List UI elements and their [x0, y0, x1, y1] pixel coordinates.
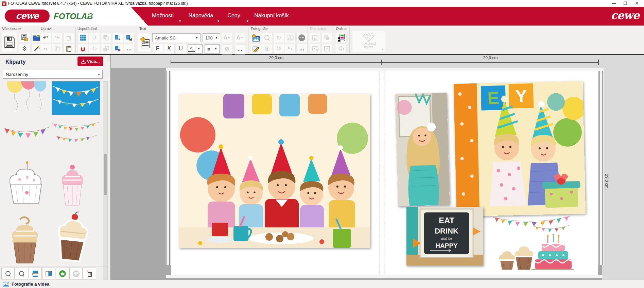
photo-compare-button [285, 33, 296, 43]
online-share-button[interactable] [336, 33, 347, 43]
chevron-down-icon: ▾ [213, 34, 220, 42]
page-order-button[interactable] [124, 33, 135, 43]
add-text-button[interactable] [138, 33, 151, 52]
minimize-button[interactable]: — [608, 0, 620, 7]
menu-moznosti[interactable]: Možnosti [152, 13, 174, 19]
grid-icon [80, 35, 86, 41]
font-size-select[interactable]: 108 ▾ [203, 33, 220, 42]
menu-napoveda[interactable]: Nápověda [189, 13, 213, 19]
rotate-cw-icon: ↻ [92, 46, 97, 52]
book-spread: E Y [171, 71, 598, 275]
board-line-happy: HAPPY [435, 242, 458, 249]
rotate-ccw-icon: ↺ [276, 46, 281, 52]
remove-photo-button[interactable] [83, 268, 96, 279]
page-clipart-cake[interactable] [493, 234, 574, 272]
page-view-button[interactable] [29, 268, 42, 279]
clipart-scrollbar[interactable] [103, 81, 108, 288]
photo-more-button[interactable]: … [296, 44, 307, 54]
clipart-garland[interactable] [2, 122, 50, 146]
zoom-in-button[interactable]: + [15, 268, 28, 279]
clipart-bunting-selected[interactable] [52, 81, 100, 115]
page-bunting-graphic [492, 214, 572, 232]
clipart-cream-cupcake[interactable] [3, 214, 47, 265]
grid-layout-button[interactable] [77, 33, 88, 43]
menu-nakupni-kosik[interactable]: Nákupní košík [254, 13, 289, 19]
page-cake-graphic [493, 234, 574, 272]
bold-button[interactable]: F [152, 44, 163, 54]
font-larger-label: A+ [224, 35, 231, 41]
underline-button[interactable]: U [175, 44, 186, 54]
rotate-ccw-icon: ↺ [92, 35, 97, 41]
menu-moznosti-arrow-icon[interactable]: ▾ [179, 19, 181, 23]
copy-button [52, 44, 63, 54]
panel-title: Kliparty [5, 59, 26, 65]
chevron-down-icon: ▾ [193, 34, 200, 42]
ruler-tick [598, 60, 599, 65]
photo-chalkboard[interactable]: EAT DRINK and be HAPPY [406, 207, 483, 266]
panel-splitter-handle[interactable]: ⋮ [107, 58, 110, 60]
party-photo-graphic [179, 94, 370, 248]
add-photo-button[interactable] [250, 33, 261, 43]
clipart-balloons[interactable] [2, 81, 50, 115]
save-project-button[interactable] [2, 32, 17, 53]
remove-page-button[interactable] [112, 44, 123, 54]
clipart-mini-garlands[interactable] [52, 120, 100, 147]
menu-bar: cewe FOTOLAB Produkty Soubor ▾ Možnosti … [0, 7, 644, 26]
approve-button[interactable] [56, 268, 69, 279]
divider [349, 27, 350, 53]
photo-edit-button[interactable] [250, 44, 261, 54]
settings-button[interactable]: ⚙ [19, 44, 30, 54]
floppy-icon [4, 36, 15, 48]
scrollbar-thumb[interactable] [104, 154, 107, 195]
text-more-button[interactable]: … [234, 44, 245, 54]
text-align-select[interactable]: ≡ ▾ [205, 44, 220, 54]
font-family-select[interactable]: Amatic SC ▾ [152, 33, 201, 42]
send-backward-icon [103, 46, 109, 51]
zoom-out-button[interactable]: − [1, 268, 15, 279]
app-window: FOTOLAB CEWE fotosvet 6.4.7 (x64) - CEWE… [0, 0, 644, 288]
rotate-left-button: ↺ [89, 33, 100, 43]
photo-left-page[interactable] [179, 94, 370, 248]
menu-soubor[interactable]: Soubor [119, 13, 137, 19]
photos-section-icon[interactable] [3, 282, 9, 287]
photos-section-label[interactable]: Fotografie a videa [12, 282, 49, 287]
photo-flip-button: ↺ [273, 44, 284, 54]
insert-page-button[interactable] [112, 33, 123, 43]
clipart-doodle-cupcake[interactable] [3, 160, 50, 209]
ellipsis-icon: … [126, 46, 132, 52]
italic-button[interactable]: K [164, 44, 175, 54]
arrange-more-button[interactable]: … [124, 44, 135, 54]
more-cliparts-button[interactable]: Více... [77, 57, 103, 66]
page-clipart-bunting[interactable] [492, 214, 572, 232]
photo-girl-portrait[interactable] [395, 93, 450, 206]
clipart-cherry-cupcake-sticker[interactable] [52, 211, 92, 262]
snap-magnet-button[interactable] [77, 44, 88, 54]
menu-napoveda-arrow-icon[interactable]: ▾ [217, 19, 219, 23]
save-as-button[interactable] [19, 33, 30, 43]
ruler-tick [381, 60, 382, 65]
restore-button[interactable]: ❐ [620, 0, 631, 7]
menu-produkty[interactable]: Produkty [87, 13, 108, 19]
spread-view-button[interactable] [42, 268, 55, 279]
bring-forward-button [101, 33, 111, 43]
face-detect-button[interactable] [296, 33, 307, 43]
status-bar: Fotografie a videa [0, 280, 644, 288]
font-family-value: Amatic SC [153, 35, 193, 41]
ellipsis-icon: … [237, 46, 243, 52]
title-bar: FOTOLAB CEWE fotosvet 6.4.7 (x64) - CEWE… [0, 0, 644, 7]
close-button[interactable]: ✕ [631, 0, 643, 7]
banner-letter-e: E [487, 88, 500, 108]
text-color-select[interactable]: A ▾ [188, 44, 203, 54]
online-upload-button [336, 44, 347, 54]
paste-button[interactable] [63, 44, 74, 54]
view-tools-bar: − + [0, 267, 111, 280]
clipart-pink-cupcake[interactable] [54, 162, 91, 208]
undo-button[interactable]: ↶ [40, 33, 51, 43]
menu-ceny-arrow-icon[interactable]: ▾ [247, 19, 248, 23]
clipart-category-select[interactable]: Narozeniny ▾ [3, 70, 103, 79]
menu-ceny[interactable]: Ceny [227, 13, 240, 19]
photo-two-girls[interactable]: E Y [454, 81, 586, 217]
align-lines-icon: ≡ [205, 46, 212, 52]
chevron-down-icon: ▾ [382, 48, 383, 51]
menu-soubor-arrow-icon[interactable]: ▾ [142, 19, 144, 23]
